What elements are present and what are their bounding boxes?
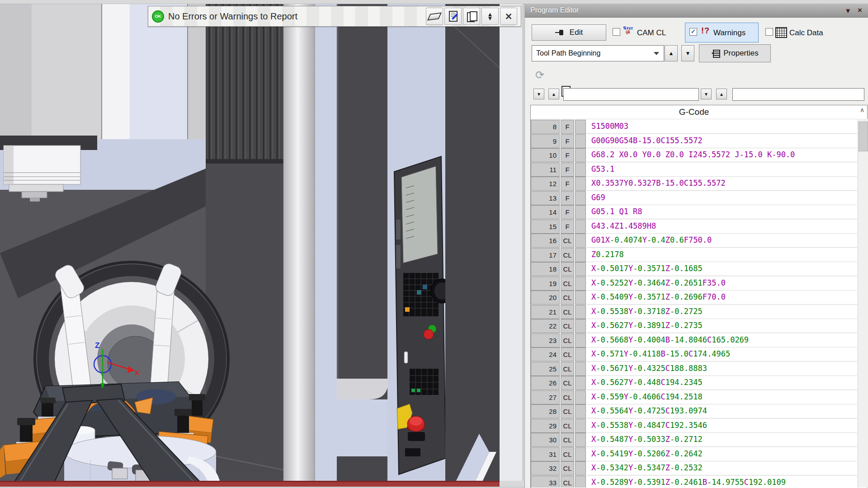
bookmark-up-button-1[interactable]: ▲ — [548, 89, 559, 99]
next-toolpath-button[interactable]: ▼ — [681, 45, 694, 61]
gcode-line-text[interactable]: X-0.5671Y-0.4325C188.8883 — [587, 362, 857, 376]
gcode-line-text[interactable]: X-0.5668Y-0.4004B-14.8046C165.0269 — [587, 333, 857, 347]
gcode-row[interactable]: 12FX0.3537Y0.5327B-15.0C155.5572 — [531, 177, 857, 191]
gcode-line-type: F — [561, 177, 574, 191]
gcode-line-flag — [575, 191, 586, 205]
gcode-row[interactable]: 15FG43.4Z1.4589H8 — [531, 220, 857, 234]
search-field-1[interactable] — [563, 88, 699, 101]
gcode-line-text[interactable]: X-0.5409Y-0.3571Z-0.2696F70.0 — [587, 291, 857, 305]
gcode-row[interactable]: 14FG05.1 Q1 R8 — [531, 205, 857, 219]
gcode-line-number: 31 — [531, 447, 560, 461]
gcode-row[interactable]: 23CLX-0.5668Y-0.4004B-14.8046C165.0269 — [531, 333, 857, 347]
gcode-line-text[interactable]: X-0.5564Y-0.4725C193.0974 — [587, 404, 857, 418]
gcode-row[interactable]: 33CLX-0.5289Y-0.5391Z-0.2461B-14.9755C19… — [531, 476, 857, 488]
gcode-line-text[interactable]: X-0.5342Y-0.5347Z-0.2532 — [587, 461, 857, 475]
gcode-row[interactable]: 16CLG01X-0.4074Y-0.4Z0.6F750.0 — [531, 234, 857, 248]
gcode-row[interactable]: 19CLX-0.5252Y-0.3464Z-0.2651F35.0 — [531, 277, 857, 291]
edit-button[interactable]: Edit — [532, 24, 606, 41]
gcode-row[interactable]: 11FG53.1 — [531, 163, 857, 177]
gcode-line-text[interactable]: X-0.559Y-0.4606C194.2518 — [587, 390, 857, 404]
scroll-up-icon[interactable]: ∧ — [857, 106, 867, 118]
properties-button-label: Properties — [723, 49, 758, 58]
gcode-line-text[interactable]: X-0.5627Y-0.448C194.2345 — [587, 376, 857, 390]
gcode-row[interactable]: 17CLZ0.2178 — [531, 248, 857, 262]
bookmark-down-button-2[interactable]: ▼ — [701, 89, 712, 99]
gcode-line-text[interactable]: X0.3537Y0.5327B-15.0C155.5572 — [587, 177, 857, 191]
gcode-line-flag — [575, 220, 586, 234]
toolpath-dropdown[interactable]: Tool Path Beginning — [532, 45, 664, 61]
gcode-row[interactable]: 13FG69 — [531, 191, 857, 205]
scrollbar-thumb[interactable] — [859, 122, 868, 151]
eraser-button[interactable] — [426, 8, 443, 25]
bookmark-down-button-1[interactable]: ▼ — [533, 89, 544, 99]
gcode-line-text[interactable]: G01X-0.4074Y-0.4Z0.6F750.0 — [587, 234, 857, 248]
gcode-row[interactable]: 30CLX-0.5487Y-0.5033Z-0.2712 — [531, 433, 857, 447]
gcode-line-text[interactable]: X-0.5252Y-0.3464Z-0.2651F35.0 — [587, 277, 857, 291]
bookmark-up-button-2[interactable]: ▲ — [716, 89, 727, 99]
gcode-line-text[interactable]: S1500M03 — [587, 120, 857, 134]
gcode-line-text[interactable]: G53.1 — [587, 163, 857, 177]
gcode-line-text[interactable]: X-0.5627Y-0.3891Z-0.2735 — [587, 319, 857, 333]
refresh-button[interactable]: ⟳ — [530, 66, 549, 84]
gcode-line-text[interactable]: X-0.5017Y-0.3571Z-0.1685 — [587, 262, 857, 276]
gcode-line-text[interactable]: X-0.5538Y-0.4847C192.3546 — [587, 419, 857, 433]
panel-close-icon[interactable]: × — [858, 6, 862, 15]
warnings-checkbox[interactable] — [689, 28, 697, 36]
gcode-row[interactable]: 18CLX-0.5017Y-0.3571Z-0.1685 — [531, 262, 857, 276]
gcode-line-flag — [575, 134, 586, 148]
gcode-line-type: CL — [561, 234, 574, 248]
prev-toolpath-button[interactable]: ▲ — [665, 45, 678, 61]
copy-button[interactable] — [463, 8, 480, 25]
gcode-line-number: 22 — [531, 319, 560, 333]
gcode-line-number: 10 — [531, 148, 560, 162]
gcode-line-text[interactable]: X-0.5538Y-0.3718Z-0.2725 — [587, 305, 857, 319]
gcode-line-flag — [575, 319, 586, 333]
panel-collapse-icon[interactable]: ▼ — [844, 7, 851, 14]
gcode-line-number: 32 — [531, 461, 560, 475]
cam-cl-checkbox[interactable] — [613, 28, 620, 36]
gcode-row[interactable]: 8FS1500M03 — [531, 120, 857, 134]
gcode-row[interactable]: 21CLX-0.5538Y-0.3718Z-0.2725 — [531, 305, 857, 319]
gcode-row[interactable]: 24CLX-0.571Y-0.4118B-15.0C174.4965 — [531, 347, 857, 361]
gcode-row[interactable]: 31CLX-0.5419Y-0.5206Z-0.2642 — [531, 447, 857, 461]
calc-data-checkbox[interactable] — [765, 28, 773, 36]
edit-log-button[interactable] — [444, 8, 462, 25]
gcode-row[interactable]: 27CLX-0.559Y-0.4606C194.2518 — [531, 390, 857, 404]
gcode-line-type: CL — [561, 248, 574, 262]
gcode-row[interactable]: 25CLX-0.5671Y-0.4325C188.8883 — [531, 362, 857, 376]
gcode-line-text[interactable]: G00G90G54B-15.0C155.5572 — [587, 134, 857, 148]
gcode-line-number: 11 — [531, 163, 560, 177]
way-cover-curtain — [206, 4, 283, 484]
gcode-line-text[interactable]: G69 — [587, 191, 857, 205]
gcode-row[interactable]: 28CLX-0.5564Y-0.4725C193.0974 — [531, 404, 857, 418]
gcode-line-text[interactable]: X-0.5289Y-0.5391Z-0.2461B-14.9755C192.01… — [587, 476, 857, 488]
gcode-line-flag — [575, 362, 586, 376]
gcode-row[interactable]: 10FG68.2 X0.0 Y0.0 Z0.0 I245.5572 J-15.0… — [531, 148, 857, 162]
gcode-line-text[interactable]: G43.4Z1.4589H8 — [587, 220, 857, 234]
machine-3d-view[interactable]: Z X — [0, 0, 524, 488]
properties-button[interactable]: Properties — [699, 44, 771, 62]
gcode-line-text[interactable]: G68.2 X0.0 Y0.0 Z0.0 I245.5572 J-15.0 K-… — [587, 148, 857, 162]
gcode-line-number: 28 — [531, 404, 560, 418]
edit-log-icon — [449, 11, 458, 22]
gcode-line-type: F — [561, 134, 574, 148]
gcode-line-flag — [575, 277, 586, 291]
expand-collapse-button[interactable]: ▲▼ — [481, 8, 499, 25]
gcode-row[interactable]: 22CLX-0.5627Y-0.3891Z-0.2735 — [531, 319, 857, 333]
gcode-line-type: F — [561, 120, 574, 134]
gcode-row[interactable]: 9FG00G90G54B-15.0C155.5572 — [531, 134, 857, 148]
gcode-line-text[interactable]: X-0.571Y-0.4118B-15.0C174.4965 — [587, 347, 857, 361]
ok-status-icon: OK — [152, 10, 164, 23]
gcode-line-text[interactable]: X-0.5419Y-0.5206Z-0.2642 — [587, 447, 857, 461]
gcode-row[interactable]: 20CLX-0.5409Y-0.3571Z-0.2696F70.0 — [531, 291, 857, 305]
close-status-button[interactable]: × — [500, 8, 517, 25]
gcode-row[interactable]: 26CLX-0.5627Y-0.448C194.2345 — [531, 376, 857, 390]
gcode-line-text[interactable]: G05.1 Q1 R8 — [587, 205, 857, 219]
gcode-row[interactable]: 29CLX-0.5538Y-0.4847C192.3546 — [531, 419, 857, 433]
search-field-2[interactable] — [732, 88, 864, 101]
gcode-line-text[interactable]: Z0.2178 — [587, 248, 857, 262]
gcode-scrollbar[interactable] — [858, 119, 868, 488]
gcode-row[interactable]: 32CLX-0.5342Y-0.5347Z-0.2532 — [531, 461, 857, 475]
gcode-line-text[interactable]: X-0.5487Y-0.5033Z-0.2712 — [587, 433, 857, 447]
machine-column — [337, 4, 387, 484]
